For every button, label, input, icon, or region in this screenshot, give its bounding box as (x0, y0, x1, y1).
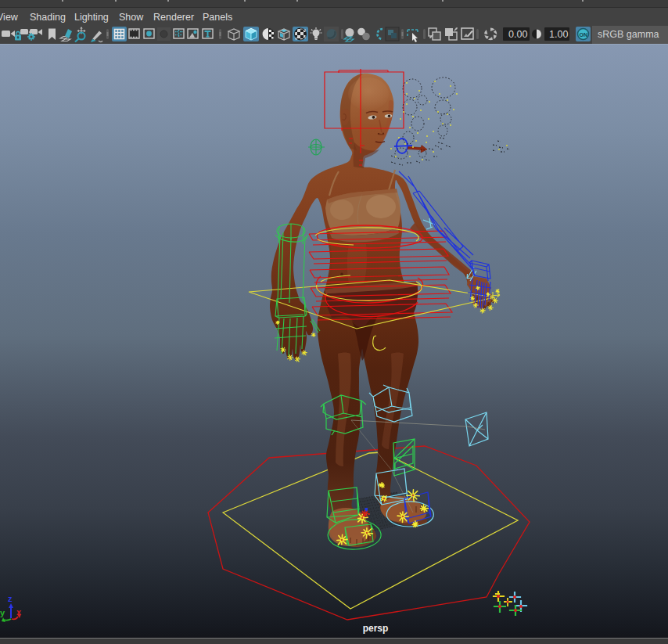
svg-text:ON: ON (580, 32, 588, 38)
svg-text:z: z (8, 594, 13, 603)
svg-text:1.00: 1.00 (549, 29, 568, 40)
svg-text:0.00: 0.00 (508, 29, 527, 40)
svg-text:sRGB gamma: sRGB gamma (598, 29, 659, 40)
svg-text:x: x (16, 607, 22, 617)
svg-text:y: y (0, 608, 5, 617)
